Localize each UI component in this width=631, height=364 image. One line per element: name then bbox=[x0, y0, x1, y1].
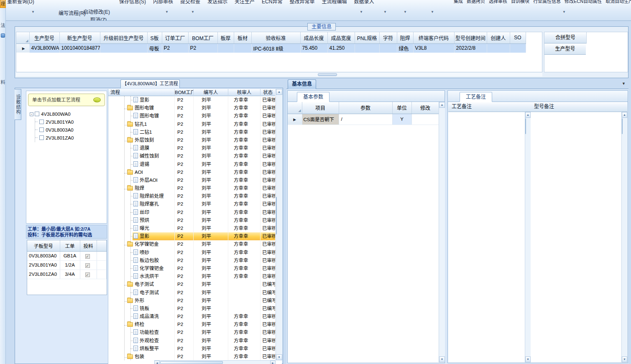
flow-row[interactable]: 板边包胶P2刘平方幸幸已审核 bbox=[108, 257, 275, 265]
grid-cell[interactable] bbox=[379, 43, 397, 53]
scroll-down-button[interactable]: ▼ bbox=[622, 356, 627, 362]
flow-row[interactable]: 退膜P2刘平方幸幸已审核 bbox=[108, 144, 275, 152]
dropdown-arrow-icon[interactable]: ▼ bbox=[165, 10, 169, 14]
column-header[interactable]: 合拼型号 bbox=[544, 32, 587, 43]
column-header[interactable]: 板厚 bbox=[217, 32, 234, 43]
flow-row[interactable]: 外形P2刘平已编写 bbox=[108, 297, 275, 305]
toolbar-button[interactable]: 修改ECN自动属性 bbox=[565, 0, 602, 4]
scroll-right-button[interactable]: ► bbox=[270, 361, 276, 364]
side-tab-structure[interactable]: 设散结构 bbox=[15, 89, 21, 120]
tree-node-label[interactable]: 0V3L8003A0 bbox=[46, 127, 74, 132]
scroll-up-button[interactable]: ▲ bbox=[622, 112, 627, 118]
column-header[interactable]: 板材 bbox=[234, 32, 251, 43]
tab-process-notes[interactable]: 工艺备注 bbox=[460, 92, 492, 102]
flow-row[interactable]: AOIP2刘平方幸幸已审核 bbox=[108, 168, 275, 176]
column-header[interactable]: 状态 bbox=[261, 89, 275, 96]
feed-checkbox[interactable]: ✓ bbox=[85, 254, 90, 259]
scroll-up-button[interactable]: ▲ bbox=[276, 89, 282, 95]
rail-tab[interactable]: 料 bbox=[0, 79, 5, 85]
column-header[interactable]: 项目 bbox=[302, 102, 339, 114]
flow-row[interactable]: 电子测试P2刘平已编写 bbox=[108, 289, 275, 297]
scroll-up-button[interactable]: ▲ bbox=[525, 112, 531, 118]
tree-node[interactable]: 2V3L801ZA0 bbox=[38, 134, 105, 142]
grid-cell[interactable]: 母板 bbox=[147, 43, 162, 53]
tree-node[interactable]: 2V3L801YA0 bbox=[38, 118, 105, 126]
scrollbar-thumb[interactable] bbox=[318, 73, 337, 76]
feed-checkbox[interactable]: ✓ bbox=[85, 263, 90, 268]
column-header[interactable]: 流程 bbox=[108, 89, 175, 96]
vertical-scrollbar[interactable]: ▲ ▼ bbox=[276, 89, 282, 360]
param-value-cell[interactable]: / bbox=[339, 114, 392, 125]
toolbar-button[interactable]: 关注生产 bbox=[235, 0, 255, 5]
grid-cell[interactable] bbox=[355, 43, 379, 53]
dropdown-arrow-icon[interactable]: ▼ bbox=[191, 10, 194, 14]
tree-node-label[interactable]: 2V3L801YA0 bbox=[46, 120, 74, 125]
toolbar-button[interactable]: 保存信息(S) bbox=[119, 0, 146, 5]
column-header[interactable]: 核审人 bbox=[228, 89, 261, 96]
flow-row[interactable]: 电子测试P2刘平已编写 bbox=[108, 280, 275, 288]
flow-row[interactable]: 外层蚀刻P2刘平方幸幸已审核 bbox=[108, 136, 275, 144]
column-header[interactable]: 验收标准 bbox=[251, 32, 300, 43]
tree-node-label[interactable]: 2V3L801ZA0 bbox=[46, 135, 74, 140]
process-flow-tab[interactable]: 【4V3L800WA0】工艺流程 bbox=[120, 79, 180, 88]
column-header[interactable]: 修改 bbox=[411, 102, 439, 114]
scroll-left-button[interactable]: ◄ bbox=[154, 361, 160, 364]
column-header[interactable]: 参数 bbox=[339, 102, 392, 114]
scrollbar-thumb[interactable] bbox=[160, 361, 223, 364]
grid-cell[interactable]: 75.450 bbox=[300, 43, 327, 53]
scroll-up-button[interactable]: ▲ bbox=[439, 102, 445, 108]
scroll-down-button[interactable]: ▼ bbox=[276, 354, 282, 360]
grid-cell[interactable]: 绿色 bbox=[397, 43, 413, 53]
column-header[interactable]: 新生产型号 bbox=[59, 32, 100, 43]
scrollbar-thumb[interactable] bbox=[276, 197, 277, 234]
dropdown-arrow-icon[interactable]: ▼ bbox=[31, 10, 35, 14]
toolbar-button-query[interactable]: 重新查询(D) bbox=[7, 0, 34, 5]
column-header[interactable]: SO bbox=[510, 32, 526, 43]
column-header[interactable]: 订单工厂 bbox=[162, 32, 188, 43]
column-header[interactable]: 工单 bbox=[60, 240, 80, 251]
flow-row[interactable]: 阻焊P2刘平方幸幸已审核 bbox=[108, 184, 275, 192]
column-header[interactable]: 子板型号 bbox=[27, 240, 60, 251]
grid-cell[interactable]: 10010400184877 bbox=[59, 43, 100, 53]
flow-row[interactable]: 二钻1P2刘平方幸幸已审核 bbox=[108, 128, 275, 136]
param-item-cell[interactable]: CS面是否朝下 bbox=[302, 114, 339, 125]
column-header[interactable]: 阻焊 bbox=[397, 32, 413, 43]
column-header[interactable]: BOM工厂 bbox=[188, 32, 217, 43]
column-header[interactable]: 生产型号 bbox=[544, 43, 586, 55]
column-header[interactable]: 单位 bbox=[392, 102, 411, 114]
write-flow-button[interactable]: 编写流程(R) bbox=[59, 9, 86, 16]
flow-row[interactable]: 显影P2刘平方幸幸已审核 bbox=[108, 232, 275, 240]
flow-row[interactable]: 钻孔1P2刘平方幸幸已审核 bbox=[108, 120, 275, 128]
flow-row[interactable]: 终检P2刘平方幸幸已审核 bbox=[108, 321, 275, 328]
column-header[interactable]: 成品长度 bbox=[300, 32, 327, 43]
flow-row[interactable]: 外层AOIP2刘平方幸幸已审核 bbox=[108, 176, 275, 184]
vertical-scrollbar[interactable]: ▲ ▼ bbox=[525, 112, 531, 362]
flow-row[interactable]: 碱性蚀刻P2刘平方幸幸已审核 bbox=[108, 152, 275, 160]
grid-cell[interactable]: P2 bbox=[188, 43, 217, 53]
flow-row[interactable]: 图形电镀P2刘平方幸幸已审核 bbox=[108, 104, 275, 112]
dropdown-arrow-icon[interactable]: ▼ bbox=[622, 81, 626, 86]
grid-cell[interactable] bbox=[510, 43, 526, 53]
toolbar-button[interactable]: 行业属性信息 bbox=[533, 0, 561, 4]
dropdown-arrow-icon[interactable]: ▼ bbox=[383, 10, 387, 14]
toolbar-button[interactable]: 主流程编辑 bbox=[322, 0, 347, 5]
rail-active-tab[interactable]: 理 bbox=[0, 0, 6, 8]
model-notes-header[interactable]: 型号备注 bbox=[531, 102, 627, 112]
subboard-row[interactable]: 2V3L801YA0 1/2A ✓ bbox=[27, 260, 107, 270]
module-icon[interactable] bbox=[1, 33, 5, 38]
column-header[interactable]: 升级前旧生产型号 bbox=[100, 32, 147, 43]
subboard-row[interactable]: 2V3L801ZA0 3/4A ✓ bbox=[27, 270, 107, 279]
flow-row[interactable]: 化学镍钯金P2刘平方幸幸已审核 bbox=[108, 265, 275, 272]
flow-row[interactable]: 喷砂P2刘平方幸幸已审核 bbox=[108, 249, 275, 257]
toolbar-button[interactable]: ECN异常 bbox=[262, 0, 282, 5]
toolbar-button[interactable]: 自训模块 bbox=[511, 0, 529, 4]
column-header[interactable]: 成品宽度 bbox=[327, 32, 355, 43]
flow-row[interactable]: 退锡P2刘平方幸幸已审核 bbox=[108, 160, 275, 168]
flow-row[interactable]: 功能检查P2刘平方幸幸已审核 bbox=[108, 328, 275, 336]
tree-expander-icon[interactable]: - bbox=[30, 112, 33, 116]
flow-row[interactable]: 阻焊塞孔P2刘平方幸幸已审核 bbox=[108, 200, 275, 208]
tab-basic-info[interactable]: 基本信息 bbox=[288, 79, 316, 89]
column-header[interactable]: 型号创建时间 bbox=[454, 32, 487, 43]
flow-row[interactable]: 铣板P2刘平已编写 bbox=[108, 305, 275, 313]
vertical-scrollbar[interactable]: ▲ ▼ bbox=[439, 102, 445, 362]
